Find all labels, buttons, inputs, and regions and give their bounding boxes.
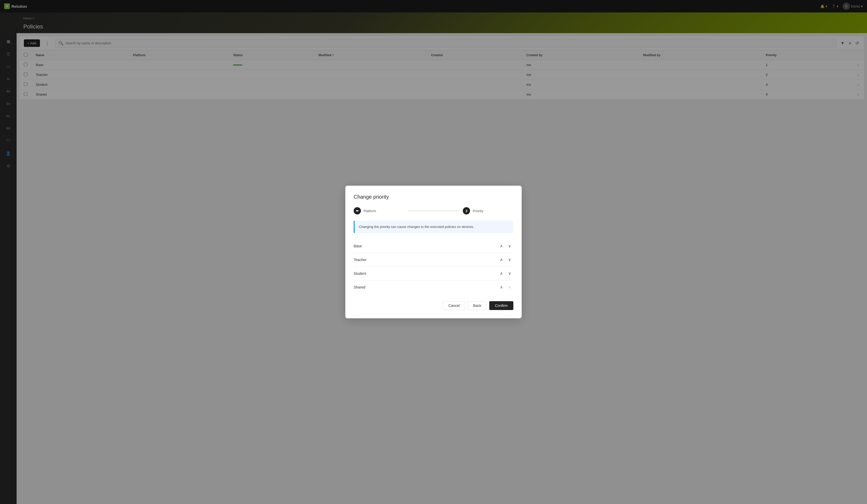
- info-banner-text: Changing the priority can cause changes …: [355, 221, 478, 233]
- modal-steps: ✏ Platform 2 Priority: [354, 207, 513, 215]
- priority-row-student: Student ∧ ∨: [354, 267, 513, 281]
- change-priority-modal: Change priority ✏ Platform 2 Priority Ch…: [345, 186, 522, 318]
- priority-controls-shared: ∧ ∨: [498, 284, 513, 290]
- step-priority: 2 Priority: [463, 207, 513, 215]
- priority-row-shared: Shared ∧ ∨: [354, 281, 513, 294]
- back-button[interactable]: Back: [468, 301, 486, 310]
- step-platform: ✏ Platform: [354, 207, 404, 215]
- priority-list: Base ∧ ∨ Teacher ∧ ∨ Student ∧: [354, 239, 513, 294]
- priority-row-base: Base ∧ ∨: [354, 239, 513, 253]
- modal-title: Change priority: [354, 194, 513, 200]
- step-1-icon: ✏: [356, 209, 359, 213]
- priority-name-shared: Shared: [354, 285, 492, 289]
- step-2-label: Priority: [473, 209, 483, 213]
- info-banner: Changing the priority can cause changes …: [354, 221, 513, 233]
- move-down-teacher[interactable]: ∨: [506, 257, 513, 263]
- priority-name-student: Student: [354, 272, 492, 276]
- priority-controls-base: ∧ ∨: [498, 243, 513, 249]
- step-1-label: Platform: [364, 209, 376, 213]
- priority-name-base: Base: [354, 244, 492, 248]
- move-down-shared: ∨: [506, 284, 513, 290]
- step-1-circle: ✏: [354, 207, 361, 215]
- priority-controls-teacher: ∧ ∨: [498, 257, 513, 263]
- step-2-circle: 2: [463, 207, 470, 215]
- modal-footer: Cancel Back Confirm: [354, 301, 513, 310]
- move-down-base[interactable]: ∨: [506, 243, 513, 249]
- step-2-number: 2: [465, 209, 468, 213]
- move-up-shared[interactable]: ∧: [498, 284, 505, 290]
- move-up-teacher[interactable]: ∧: [498, 257, 505, 263]
- move-up-student[interactable]: ∧: [498, 270, 505, 277]
- modal-overlay: Change priority ✏ Platform 2 Priority Ch…: [0, 0, 867, 504]
- move-up-base[interactable]: ∧: [498, 243, 505, 249]
- cancel-button[interactable]: Cancel: [443, 301, 465, 310]
- move-down-student[interactable]: ∨: [506, 270, 513, 277]
- priority-row-teacher: Teacher ∧ ∨: [354, 253, 513, 267]
- priority-controls-student: ∧ ∨: [498, 270, 513, 277]
- priority-name-teacher: Teacher: [354, 258, 492, 262]
- confirm-button[interactable]: Confirm: [489, 301, 513, 310]
- step-connector: [408, 210, 459, 211]
